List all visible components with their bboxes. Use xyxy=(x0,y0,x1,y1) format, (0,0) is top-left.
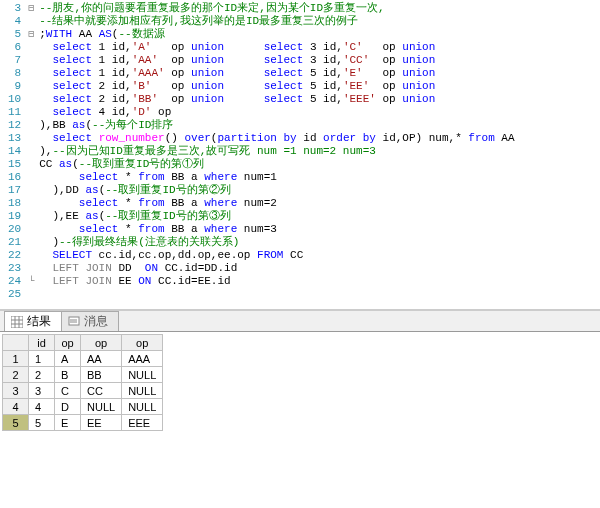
grid-cell[interactable]: C xyxy=(55,383,81,399)
table-row[interactable]: 55EEEEEE xyxy=(3,415,163,431)
grid-cell[interactable]: D xyxy=(55,399,81,415)
grid-row-header[interactable]: 1 xyxy=(3,351,29,367)
grid-col-header[interactable]: id xyxy=(29,335,55,351)
grid-cell[interactable]: 1 xyxy=(29,351,55,367)
grid-row-header[interactable]: 4 xyxy=(3,399,29,415)
grid-cell[interactable]: AA xyxy=(81,351,122,367)
grid-row-header[interactable]: 3 xyxy=(3,383,29,399)
grid-cell[interactable]: AAA xyxy=(122,351,163,367)
grid-cell[interactable]: B xyxy=(55,367,81,383)
grid-icon xyxy=(11,316,23,328)
svg-rect-5 xyxy=(69,317,79,325)
svg-rect-0 xyxy=(11,316,23,328)
grid-row-header[interactable]: 2 xyxy=(3,367,29,383)
tab-messages[interactable]: 消息 xyxy=(61,311,119,331)
grid-cell[interactable]: EEE xyxy=(122,415,163,431)
grid-col-header[interactable]: op xyxy=(81,335,122,351)
grid-col-header[interactable]: op xyxy=(122,335,163,351)
grid-cell[interactable]: NULL xyxy=(122,367,163,383)
fold-gutter[interactable]: ⊟ ⊟ └ xyxy=(25,0,37,305)
tab-results[interactable]: 结果 xyxy=(4,311,62,331)
tab-results-label: 结果 xyxy=(27,313,51,330)
grid-cell[interactable]: 3 xyxy=(29,383,55,399)
grid-cell[interactable]: A xyxy=(55,351,81,367)
grid-cell[interactable]: EE xyxy=(81,415,122,431)
table-row[interactable]: 11AAAAAA xyxy=(3,351,163,367)
grid-row-header[interactable]: 5 xyxy=(3,415,29,431)
result-tabs: 结果 消息 xyxy=(0,310,600,332)
grid-cell[interactable]: E xyxy=(55,415,81,431)
table-row[interactable]: 44DNULLNULL xyxy=(3,399,163,415)
code-area[interactable]: --朋友,你的问题要看重复最多的那个ID来定,因为某个ID多重复一次,--结果中… xyxy=(37,0,516,305)
grid-cell[interactable]: BB xyxy=(81,367,122,383)
tab-messages-label: 消息 xyxy=(84,313,108,330)
code-editor[interactable]: 345678910111213141516171819202122232425 … xyxy=(0,0,600,310)
grid-col-header[interactable]: op xyxy=(55,335,81,351)
message-icon xyxy=(68,316,80,328)
table-row[interactable]: 22BBBNULL xyxy=(3,367,163,383)
grid-cell[interactable]: 5 xyxy=(29,415,55,431)
grid-cell[interactable]: NULL xyxy=(122,399,163,415)
grid-header-row: idopopop xyxy=(3,335,163,351)
grid-cell[interactable]: NULL xyxy=(81,399,122,415)
line-number-gutter: 345678910111213141516171819202122232425 xyxy=(0,0,25,305)
grid-cell[interactable]: 4 xyxy=(29,399,55,415)
table-row[interactable]: 33CCCNULL xyxy=(3,383,163,399)
grid-cell[interactable]: NULL xyxy=(122,383,163,399)
grid-cell[interactable]: CC xyxy=(81,383,122,399)
results-grid[interactable]: idopopop 11AAAAAA22BBBNULL33CCCNULL44DNU… xyxy=(2,334,163,431)
grid-corner[interactable] xyxy=(3,335,29,351)
grid-cell[interactable]: 2 xyxy=(29,367,55,383)
